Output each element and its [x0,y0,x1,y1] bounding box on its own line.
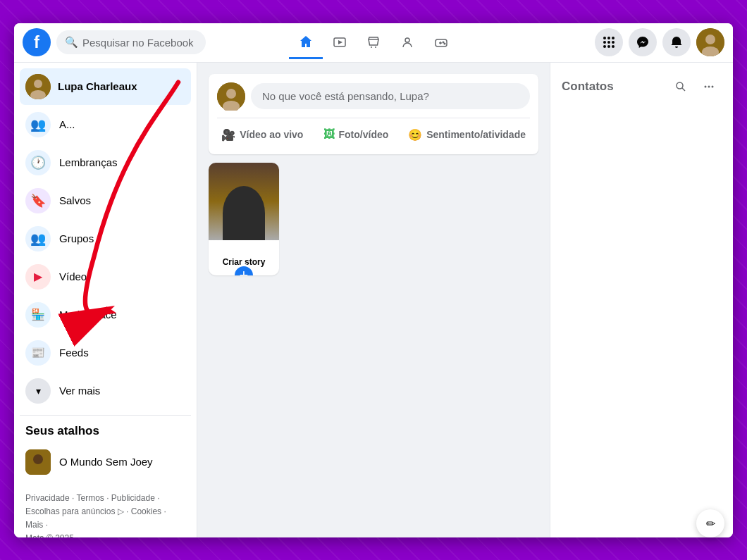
svg-point-30 [677,82,683,89]
amigos-icon: 👥 [25,112,51,137]
svg-point-18 [612,45,615,48]
grupos-label: Grupos [59,232,94,244]
ver-mais-button[interactable]: ▾ Ver mais [20,373,191,409]
search-icon: 🔍 [65,36,78,49]
main-area: Lupa Charleaux 👥 A... 🕐 Lembranças 🔖 Sal… [14,63,733,537]
ad-choices-link[interactable]: Escolhas para anúncios ▷ · Cookies · Mai… [25,506,166,530]
svg-marker-1 [338,40,342,44]
svg-point-17 [607,45,610,48]
nav-left: f 🔍 Pesquisar no Facebook [23,28,206,56]
sidebar-item-salvos[interactable]: 🔖 Salvos [20,182,191,219]
svg-point-28 [226,89,236,99]
marketplace-label: Marketplace [59,309,117,321]
shortcut-label: O Mundo Sem Joey [59,456,153,468]
create-story-card[interactable]: + Criar story [209,163,279,275]
lembrancas-icon: 🕐 [25,150,51,175]
contacts-more-button[interactable] [696,74,722,99]
nav-groups-button[interactable] [390,25,424,59]
nav-gaming-button[interactable] [424,25,458,59]
atalhos-title: Seus atalhos [20,421,191,441]
photo-video-button[interactable]: 🖼 Foto/vídeo [311,124,402,146]
svg-point-12 [612,37,615,39]
shortcut-mundo-sem-joey[interactable]: O Mundo Sem Joey [20,444,191,480]
facebook-logo[interactable]: f [23,28,51,56]
feeds-icon: 📰 [25,340,51,366]
sidebar-divider [20,415,191,416]
messenger-button[interactable] [629,28,657,56]
video-icon: ▶ [25,264,51,290]
svg-line-31 [682,88,685,91]
sidebar-item-lembrancas[interactable]: 🕐 Lembranças [20,144,191,181]
meta-copyright: Meta © 2025 [25,533,74,537]
sidebar-item-video[interactable]: ▶ Vídeo [20,259,191,295]
feeling-label: Sentimento/atividade [426,129,526,140]
post-input[interactable]: No que você está pensando, Lupa? [251,83,530,109]
svg-point-26 [33,454,43,464]
nav-watch-button[interactable] [323,25,357,59]
svg-point-9 [444,43,445,44]
svg-point-4 [405,38,409,42]
svg-point-14 [607,41,610,44]
post-create-box: No que você está pensando, Lupa? 🎥 Vídeo… [209,74,538,154]
sidebar-item-feeds[interactable]: 📰 Feeds [20,335,191,371]
video-live-icon: 🎥 [221,128,235,142]
marketplace-icon: 🏪 [25,302,51,328]
svg-point-13 [603,41,606,44]
svg-point-34 [712,85,714,87]
browser-window: f 🔍 Pesquisar no Facebook [14,23,733,537]
lembrancas-label: Lembranças [59,156,118,168]
nav-right [541,28,724,56]
sidebar-item-marketplace[interactable]: 🏪 Marketplace [20,297,191,333]
ver-mais-label: Ver mais [59,385,100,397]
post-create-top: No que você está pensando, Lupa? [217,82,530,111]
svg-point-3 [375,46,376,48]
feeling-button[interactable]: 😊 Sentimento/atividade [404,124,530,146]
nav-center [206,25,541,59]
edit-button[interactable]: ✏ [696,509,724,537]
left-sidebar: Lupa Charleaux 👥 A... 🕐 Lembranças 🔖 Sal… [14,63,197,537]
story-photo [209,163,279,240]
svg-point-10 [603,37,606,39]
svg-point-16 [603,45,606,48]
nav-home-button[interactable] [289,25,323,59]
contacts-actions [668,74,722,99]
video-label: Vídeo [59,270,87,282]
contacts-title: Contatos [562,80,614,94]
privacy-link[interactable]: Privacidade · Termos · Publicidade · [25,493,160,503]
amigos-label: A... [59,118,75,130]
contacts-search-button[interactable] [668,74,693,99]
footer-links: Privacidade · Termos · Publicidade · Esc… [20,486,191,537]
account-avatar[interactable] [696,28,724,56]
sidebar-user-item[interactable]: Lupa Charleaux [20,68,191,105]
photo-icon: 🖼 [323,128,335,141]
sidebar-item-grupos[interactable]: 👥 Grupos [20,220,191,257]
stories-area: + Criar story [209,163,538,275]
grupos-icon: 👥 [25,226,51,251]
salvos-icon: 🔖 [25,188,51,213]
search-bar[interactable]: 🔍 Pesquisar no Facebook [56,30,206,54]
salvos-label: Salvos [59,194,91,206]
photo-video-label: Foto/vídeo [339,129,389,140]
svg-point-23 [34,80,42,88]
feeling-icon: 😊 [408,128,422,142]
notifications-button[interactable] [662,28,691,56]
nav-marketplace-button[interactable] [357,25,390,59]
chevron-down-icon: ▾ [25,378,51,404]
video-live-button[interactable]: 🎥 Vídeo ao vivo [217,124,308,146]
right-sidebar: Contatos ✏ [550,63,733,537]
apps-button[interactable] [595,28,623,56]
post-create-avatar [217,82,245,111]
video-live-label: Vídeo ao vivo [240,129,303,140]
svg-point-33 [708,85,710,87]
user-name: Lupa Charleaux [58,80,137,92]
svg-point-15 [612,41,615,44]
post-actions: 🎥 Vídeo ao vivo 🖼 Foto/vídeo 😊 Sentiment… [217,118,530,146]
user-avatar [25,74,51,99]
sidebar-item-amigos[interactable]: 👥 A... [20,106,191,143]
feeds-label: Feeds [59,347,89,359]
svg-point-32 [705,85,707,87]
svg-point-2 [371,46,372,48]
shortcut-avatar [25,449,51,475]
top-nav: f 🔍 Pesquisar no Facebook [14,23,733,63]
search-placeholder: Pesquisar no Facebook [82,37,194,49]
